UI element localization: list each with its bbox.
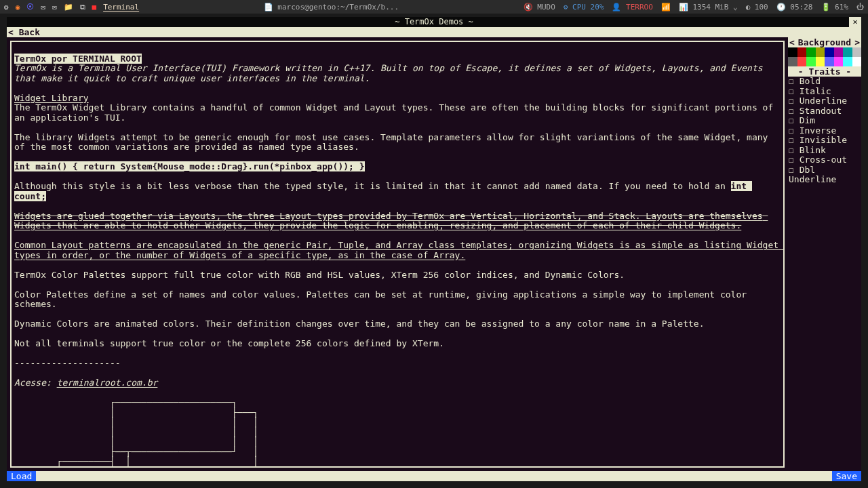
- menu-icon[interactable]: ■: [92, 3, 97, 12]
- menu-icon[interactable]: 📁: [64, 3, 73, 12]
- status-wifi[interactable]: 📶: [661, 3, 671, 12]
- os-menubar: ❂ ◉ ⦿ ✉ ✉ 📁 ⧉ ■ Terminal 📄 marcos@gentoo…: [0, 0, 868, 14]
- palette-swatch[interactable]: [825, 47, 834, 57]
- status-cpu: ⚙ CPU 20%: [564, 3, 604, 12]
- status-user: 👤 TERROO: [612, 3, 652, 12]
- doc-paragraph: TermOx Color Palettes support full true …: [14, 270, 625, 280]
- doc-paragraph: Widgets are glued together via Layouts, …: [14, 211, 768, 231]
- menu-icon[interactable]: ◉: [16, 3, 20, 12]
- trait-checkbox[interactable]: Italic: [788, 87, 861, 97]
- trait-checkbox[interactable]: Underline: [788, 96, 861, 106]
- window-title: ~ TermOx Demos ~: [395, 17, 473, 26]
- palette-swatch[interactable]: [852, 57, 862, 66]
- footer: Load Save: [7, 471, 861, 481]
- traits-list: BoldItalicUnderlineStandoutDimInverseInv…: [788, 77, 861, 185]
- app-window: ~ TermOx Demos ~ ✕ < Back TermOx por TER…: [7, 17, 861, 481]
- doc-paragraph: The TermOx Widget Library contains a han…: [14, 102, 778, 123]
- close-button[interactable]: ✕: [849, 17, 861, 27]
- trait-checkbox[interactable]: Invisible: [788, 136, 861, 146]
- trait-checkbox[interactable]: Dbl Underline: [788, 165, 861, 185]
- load-button[interactable]: Load: [7, 471, 36, 481]
- side-pane: < Background > - Traits - BoldItalicUnde…: [788, 37, 861, 471]
- trait-checkbox[interactable]: Standout: [788, 106, 861, 117]
- doc-paragraph: The library Widgets attempt to be generi…: [14, 132, 773, 152]
- palette-swatch[interactable]: [852, 47, 862, 57]
- trait-checkbox[interactable]: Dim: [788, 116, 861, 126]
- main-pane: TermOx por TERMINAL ROOT TermOx is a Ter…: [7, 37, 788, 471]
- bg-next[interactable]: >: [854, 37, 860, 47]
- color-palette[interactable]: [788, 47, 861, 66]
- status-mem: 📊 1354 MiB ⌄: [679, 3, 738, 12]
- app-tab-terminal[interactable]: Terminal: [103, 3, 139, 12]
- trait-checkbox[interactable]: Bold: [788, 77, 861, 87]
- status-battery: 🔋 61%: [821, 3, 849, 12]
- doc-link[interactable]: terminalroot.com.br: [57, 378, 158, 388]
- doc-paragraph: Not all terminals support true color or …: [14, 338, 444, 348]
- titlebar: ~ TermOx Demos ~ ✕: [7, 17, 861, 27]
- palette-swatch[interactable]: [797, 47, 807, 57]
- window-title-center: 📄 marcos@gentoo:~/TermOx/b...: [144, 3, 518, 12]
- trait-checkbox[interactable]: Cross-out: [788, 155, 861, 165]
- palette-swatch[interactable]: [834, 47, 844, 57]
- doc-separator: --------------------: [14, 358, 121, 368]
- trait-checkbox[interactable]: Inverse: [788, 126, 861, 136]
- menu-icon[interactable]: ✉: [41, 3, 45, 12]
- doc-paragraph: Although this style is a bit less verbos…: [14, 181, 731, 191]
- palette-swatch[interactable]: [806, 47, 816, 57]
- doc-boxart: ┌──────────────────────┐ │ ├───┐ │ │ │ │…: [14, 397, 258, 468]
- menu-icon[interactable]: ⦿: [26, 3, 34, 12]
- palette-swatch[interactable]: [834, 57, 844, 66]
- doc-paragraph: Dynamic Colors are animated colors. Thei…: [14, 319, 704, 329]
- save-button[interactable]: Save: [832, 471, 861, 481]
- background-header: < Background >: [788, 37, 861, 47]
- document-frame[interactable]: TermOx por TERMINAL ROOT TermOx is a Ter…: [10, 41, 785, 468]
- palette-swatch[interactable]: [788, 57, 797, 66]
- doc-access-label: Acesse:: [14, 378, 57, 388]
- scrollbar[interactable]: [10, 42, 12, 76]
- menu-icon[interactable]: ⧉: [80, 3, 85, 12]
- doc-title: TermOx por TERMINAL ROOT: [14, 54, 142, 64]
- palette-swatch[interactable]: [797, 57, 807, 66]
- palette-swatch[interactable]: [816, 57, 825, 66]
- trait-checkbox[interactable]: Blink: [788, 146, 861, 156]
- doc-code: int main() { return System{Mouse_mode::D…: [14, 161, 365, 171]
- doc-paragraph: TermOx is a Terminal User Interface(TUI)…: [14, 63, 768, 83]
- palette-swatch[interactable]: [806, 57, 816, 66]
- palette-swatch[interactable]: [788, 47, 797, 57]
- doc-paragraph: Common Layout patterns are encapsulated …: [14, 240, 784, 260]
- doc-heading: Widget Library: [14, 93, 89, 103]
- palette-swatch[interactable]: [816, 47, 825, 57]
- power-icon[interactable]: ⏻: [856, 3, 864, 12]
- doc-paragraph: Color Palettes define a set of names and…: [14, 289, 752, 310]
- palette-swatch[interactable]: [825, 57, 834, 66]
- palette-swatch[interactable]: [843, 57, 852, 66]
- bg-prev[interactable]: <: [789, 37, 795, 47]
- status-mute[interactable]: 🔇 MUDO: [524, 3, 555, 12]
- status-clock: 🕐 05:28: [776, 3, 813, 12]
- menu-icon[interactable]: ❂: [4, 3, 9, 12]
- menu-icon[interactable]: ✉: [52, 3, 57, 12]
- back-button[interactable]: < Back: [7, 27, 861, 37]
- traits-header: - Traits -: [788, 66, 861, 77]
- status-brightness: ◐ 100: [746, 3, 768, 12]
- bg-title: Background: [798, 37, 851, 47]
- palette-swatch[interactable]: [843, 47, 852, 57]
